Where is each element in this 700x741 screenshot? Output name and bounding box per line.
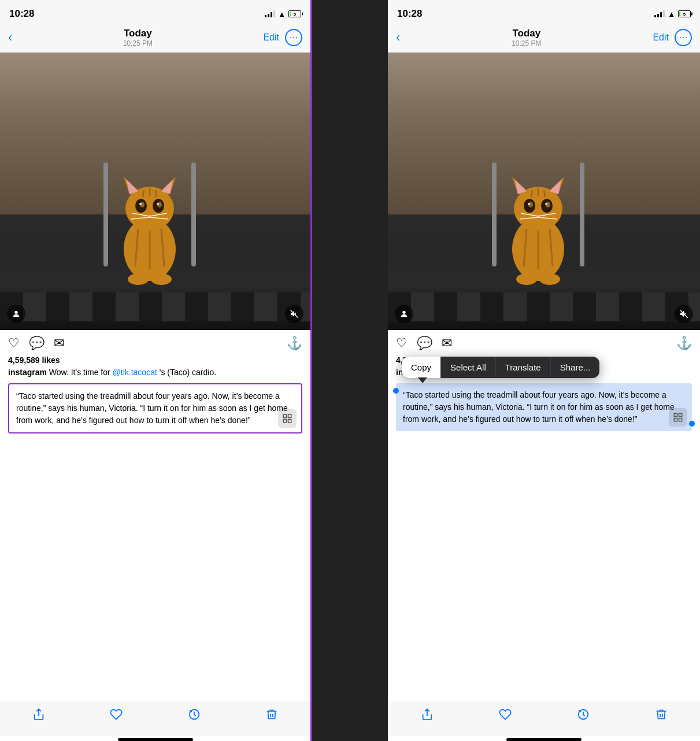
- left-post-actions-left: ♡ 💬 ✉: [8, 336, 64, 351]
- left-heart-icon[interactable]: ♡: [8, 336, 20, 351]
- left-comment-icon[interactable]: 💬: [29, 336, 45, 351]
- right-heart-icon[interactable]: ♡: [396, 336, 408, 351]
- left-back-button[interactable]: ‹: [8, 30, 12, 45]
- right-signal-icon: [654, 10, 665, 17]
- left-more-button[interactable]: ⋯: [285, 29, 302, 46]
- right-nav-actions: Edit ⋯: [653, 29, 692, 46]
- right-edit-button[interactable]: Edit: [653, 32, 669, 43]
- left-nav-title: Today: [123, 28, 153, 39]
- right-mute-icon[interactable]: [675, 305, 693, 323]
- left-wifi-icon: ▲: [278, 10, 286, 18]
- right-selected-text[interactable]: “Taco started using the treadmill about …: [396, 383, 692, 431]
- left-phone-panel: 10:28 ▲ 5 ‹ Today 10:25 PM Edit: [0, 0, 312, 741]
- right-share-icon[interactable]: ✉: [442, 336, 452, 351]
- left-home-indicator: [118, 738, 193, 741]
- svg-point-50: [528, 203, 530, 205]
- right-status-time: 10:28: [397, 8, 422, 20]
- right-bookmark-icon[interactable]: ⚓: [676, 336, 692, 351]
- right-trash-bottom-icon[interactable]: [655, 708, 668, 724]
- context-menu-select-all[interactable]: Select All: [441, 357, 496, 378]
- left-caption-text: Wow. It's time for: [49, 368, 113, 377]
- right-text-selection-area: Copy Select All Translate Share... “Taco…: [396, 383, 692, 431]
- right-status-icons: ▲ 5: [654, 10, 691, 18]
- svg-point-62: [402, 311, 405, 314]
- left-scan-button[interactable]: [278, 409, 297, 428]
- left-edit-button[interactable]: Edit: [263, 32, 279, 43]
- svg-rect-66: [674, 418, 677, 421]
- right-nav-bar: ‹ Today 10:25 PM Edit ⋯: [388, 25, 700, 53]
- right-nav-subtitle: 10:25 PM: [512, 39, 541, 47]
- svg-rect-31: [283, 419, 286, 422]
- svg-rect-0: [103, 162, 108, 266]
- left-nav-actions: Edit ⋯: [263, 29, 302, 46]
- left-mention[interactable]: @tik.tacocat: [113, 368, 157, 377]
- right-cat-image: [480, 128, 596, 301]
- svg-point-61: [539, 273, 560, 285]
- right-heart-bottom-icon[interactable]: [499, 708, 512, 724]
- right-video-area: [388, 53, 700, 330]
- left-status-bar: 10:28 ▲ 5: [0, 0, 310, 25]
- left-likes-count: 4,59,589 likes: [8, 355, 302, 365]
- right-wifi-icon: ▲: [668, 10, 675, 18]
- selection-handle-start: [393, 388, 399, 394]
- context-menu-translate[interactable]: Translate: [496, 357, 551, 378]
- svg-rect-64: [674, 413, 677, 416]
- left-history-bottom-icon[interactable]: [188, 708, 201, 724]
- svg-rect-32: [288, 419, 291, 422]
- right-phone-panel: 10:28 ▲ 5 ‹ Today 10:25 PM Edit: [388, 0, 700, 741]
- context-menu-share[interactable]: Share...: [551, 357, 600, 378]
- left-video-area: [0, 53, 310, 330]
- left-heart-bottom-icon[interactable]: [110, 708, 123, 724]
- right-back-button[interactable]: ‹: [396, 30, 400, 45]
- left-caption-suffix: 's (Taco) cardio.: [160, 368, 216, 377]
- svg-point-15: [139, 203, 142, 205]
- svg-rect-36: [580, 162, 584, 266]
- svg-rect-29: [283, 414, 286, 417]
- svg-point-25: [128, 273, 149, 285]
- left-post-content: ♡ 💬 ✉ ⚓ 4,59,589 likes instagram Wow. It…: [0, 330, 310, 702]
- left-nav-subtitle: 10:25 PM: [123, 39, 153, 47]
- right-share-bottom-icon[interactable]: [421, 708, 434, 724]
- svg-rect-30: [288, 414, 291, 417]
- left-trash-bottom-icon[interactable]: [265, 708, 278, 724]
- left-status-time: 10:28: [9, 8, 34, 20]
- left-share-icon[interactable]: ✉: [54, 336, 64, 351]
- left-mute-icon[interactable]: [285, 305, 303, 323]
- right-nav-title: Today: [512, 28, 541, 39]
- left-signal-icon: [265, 10, 275, 17]
- svg-point-27: [14, 311, 17, 314]
- left-bottom-bar: [0, 702, 310, 736]
- left-cat-image: [92, 128, 208, 301]
- right-battery-icon: 5: [678, 10, 691, 17]
- svg-point-51: [545, 203, 547, 205]
- left-bookmark-icon[interactable]: ⚓: [287, 336, 302, 351]
- right-status-bar: 10:28 ▲ 5: [388, 0, 700, 25]
- right-nav-center: Today 10:25 PM: [512, 28, 541, 47]
- left-post-actions: ♡ 💬 ✉ ⚓: [8, 336, 302, 351]
- left-share-bottom-icon[interactable]: [32, 708, 45, 724]
- right-more-button[interactable]: ⋯: [675, 29, 692, 46]
- right-post-actions-left: ♡ 💬 ✉: [396, 336, 452, 351]
- svg-rect-65: [679, 413, 682, 416]
- right-scan-button[interactable]: [669, 408, 687, 427]
- svg-point-16: [157, 203, 159, 205]
- left-profile-icon[interactable]: [7, 305, 25, 323]
- right-post-content: ♡ 💬 ✉ ⚓ 4,59,589 likes instagram Wow. It…: [388, 330, 700, 702]
- right-bottom-bar: [388, 702, 700, 736]
- right-comment-icon[interactable]: 💬: [417, 336, 432, 351]
- left-nav-center: Today 10:25 PM: [123, 28, 153, 47]
- center-divider: [312, 0, 388, 741]
- right-profile-icon[interactable]: [395, 305, 413, 323]
- context-menu-copy[interactable]: Copy: [402, 357, 441, 378]
- context-menu: Copy Select All Translate Share...: [402, 357, 599, 378]
- svg-point-60: [516, 273, 537, 285]
- left-status-icons: ▲ 5: [265, 10, 301, 18]
- left-nav-bar: ‹ Today 10:25 PM Edit ⋯: [0, 25, 310, 53]
- svg-rect-35: [492, 162, 497, 266]
- left-username: instagram: [8, 368, 47, 377]
- left-post-caption: instagram Wow. It's time for @tik.tacoca…: [8, 367, 302, 379]
- svg-rect-67: [679, 418, 682, 421]
- svg-rect-1: [191, 162, 196, 266]
- svg-point-26: [151, 273, 172, 285]
- right-history-bottom-icon[interactable]: [577, 708, 590, 724]
